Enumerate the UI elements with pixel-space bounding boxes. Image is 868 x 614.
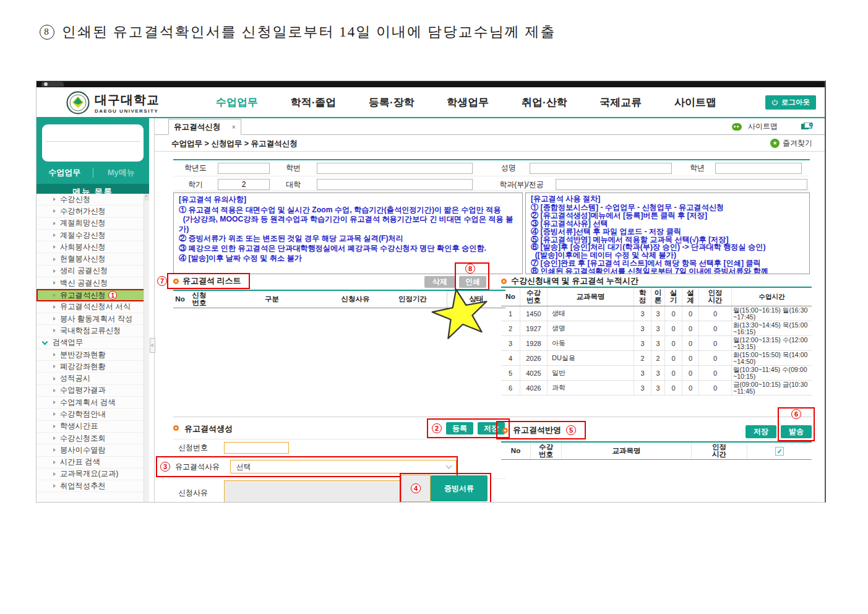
notice-title: [유고결석 유의사항] <box>179 195 517 205</box>
table-header-cell: No <box>501 288 520 306</box>
sidebar-section-search[interactable]: 검색업무 <box>37 337 149 349</box>
form-row: 학기 2 대학 학과(부)/전공 <box>173 176 810 192</box>
sidebar-item[interactable]: 수강허가신청 <box>37 205 149 217</box>
nav-item-career-industry[interactable]: 취업·산학 <box>522 95 567 110</box>
register-button[interactable]: 등록 <box>446 422 473 435</box>
table-cell: 3 <box>651 321 664 335</box>
nav-item-international[interactable]: 국제교류 <box>599 95 642 110</box>
sidebar-collapse-handle[interactable]: < <box>150 338 155 353</box>
sidebar-item[interactable]: 폐강강좌현황 <box>37 361 149 373</box>
nav-item-course-affairs[interactable]: 수업업무 <box>216 95 258 110</box>
year-input[interactable] <box>218 163 270 174</box>
triangle-icon <box>53 293 56 297</box>
application-number-input[interactable] <box>224 442 289 454</box>
sidebar-item-label: 계절수강신청 <box>60 230 106 241</box>
table-row: 3 1928 아동 3 3 0 0 0 월(12:00~13:15) 수(12:… <box>501 336 812 351</box>
sidebar-item-label: 폐강강좌현황 <box>60 361 106 372</box>
sidebar-item-label: 국내학점교류신청 <box>60 326 121 336</box>
sidebar-section-label: 검색업무 <box>53 337 83 348</box>
nav-item-sitemap[interactable]: 사이트맵 <box>674 95 716 110</box>
triangle-icon <box>53 245 56 249</box>
notice-line: ⑧ 인쇄된 유고결석확인서를 신청일로부터 7일 이내에 증빙서류와 함께 <box>531 267 804 274</box>
table-cell: 0 <box>698 381 731 395</box>
reason-type-select[interactable]: 선택 <box>230 460 457 473</box>
triangle-icon <box>53 460 56 464</box>
course-table-header: 수강신청내역 및 유고결석 누적시간 <box>501 275 638 287</box>
application-reason-textarea[interactable] <box>224 480 402 503</box>
sidebar-item[interactable]: 수강신청조회 <box>37 433 149 444</box>
sidebar-scrollbar[interactable]: ^ <box>144 194 149 502</box>
sidebar-item[interactable]: 백신 공결신청 <box>37 277 149 289</box>
table-header-cell: 인정 시간 <box>691 443 747 459</box>
bullet-icon <box>173 279 179 284</box>
sidebar-tab-course-affairs[interactable]: 수업업무 <box>37 167 93 178</box>
sidebar-item[interactable]: 취업적성추천 <box>37 480 149 492</box>
user-info-box <box>42 124 144 162</box>
app-header: 대구대학교 DAEGU UNIVERSITY 수업업무 학적·졸업 등록·장학 … <box>37 87 825 118</box>
sidebar-item[interactable]: 학생시간표 <box>37 421 149 433</box>
college-input[interactable] <box>317 179 473 190</box>
sidebar-item[interactable]: 계절수강신청 <box>37 230 149 241</box>
sitemap-link[interactable]: 사이트맵 <box>748 121 778 132</box>
favorite-link[interactable]: 즐겨찾기 <box>783 138 812 149</box>
table-cell: 4026 <box>520 381 547 395</box>
sidebar-item[interactable]: 수강신청 <box>37 194 149 205</box>
sidebar-item-label: 유고결석신청서 서식 <box>60 301 131 312</box>
sidebar-item[interactable]: 성적공시 <box>37 373 149 384</box>
apply-title-box: 유고결석반영 5 <box>496 421 586 439</box>
sidebar-item[interactable]: 수강학점안내 <box>37 409 149 420</box>
triangle-icon <box>53 317 56 321</box>
tab-label: 유고결석신청 <box>174 122 220 132</box>
sidebar-item-label: 성적공시 <box>60 373 90 384</box>
sidebar-item[interactable]: 헌혈봉사신청 <box>37 253 149 265</box>
annotation-circle-4: 4 <box>411 483 421 493</box>
table-header-cell: 교과목명 <box>561 443 691 459</box>
nav-item-student-affairs[interactable]: 학생업무 <box>447 95 489 110</box>
sidebar-item-label: 교과목개요(교과) <box>60 469 118 479</box>
breadcrumb: 수업업무 > 신청업무 > 유고결석신청 <box>171 139 298 149</box>
major-input[interactable] <box>556 179 807 190</box>
sidebar-item[interactable]: 교과목개요(교과) <box>37 469 149 480</box>
sidebar-item[interactable]: 봉사 활동계획서 작성 <box>37 313 149 325</box>
sidebar-item[interactable]: 국내학점교류신청 <box>37 325 149 337</box>
sidebar-item[interactable]: 시간표 검색 <box>37 457 149 469</box>
tab-absence-application[interactable]: 유고결석신청 × <box>168 119 241 135</box>
table-header-cell: 구분 <box>212 291 332 308</box>
close-icon[interactable]: × <box>232 123 236 131</box>
notice-line: ④ [발송]이후 날짜 수정 및 취소 불가 <box>179 254 517 264</box>
scrollbar-up-arrow[interactable]: ^ <box>144 194 149 201</box>
grade-input[interactable] <box>715 163 802 174</box>
student-id-input[interactable] <box>317 163 473 174</box>
table-header-cell: 이 론 <box>651 288 664 306</box>
page-heading: 8 인쇄된 유고결석확인서를 신청일로부터 14일 이내에 담당교수님께 제출 <box>40 22 556 41</box>
table-header-cell: No <box>501 443 530 459</box>
sidebar-item[interactable]: 수업계획서 검색 <box>37 397 149 409</box>
sidebar-item[interactable]: 봉사이수열람 <box>37 444 149 456</box>
sidebar-item-absence-application[interactable]: 유고결석신청 1 <box>37 289 149 301</box>
sidebar-item[interactable]: 유고결석신청서 서식 <box>37 301 149 313</box>
apply-save-button[interactable]: 저장 <box>746 425 776 438</box>
logout-button[interactable]: 로그아웃 <box>765 95 816 110</box>
table-cell: 0 <box>682 381 698 395</box>
favorite-star-icon: ★ <box>770 139 780 148</box>
semester-input[interactable]: 2 <box>218 179 270 190</box>
sidebar-item[interactable]: 계절희망신청 <box>37 218 149 230</box>
table-cell: 화(13:30~14:45) 목(15:00~16:15) <box>731 321 812 335</box>
sidebar-item[interactable]: 분반강좌현황 <box>37 349 149 361</box>
sidebar-item[interactable]: 수업평가결과 <box>37 385 149 397</box>
table-cell: 생명 <box>547 321 634 335</box>
nav-item-records-graduation[interactable]: 학적·졸업 <box>291 95 337 110</box>
sidebar-item[interactable]: 사회봉사신청 <box>37 241 149 253</box>
delete-button[interactable]: 삭제 <box>424 276 455 288</box>
sidebar: 수업업무 My메뉴 메뉴 목록 수강신청 수강허가신청 계절희망신청 계절수강신… <box>37 118 149 502</box>
window-panel-icon[interactable] <box>801 123 814 131</box>
university-logo[interactable]: 대구대학교 DAEGU UNIVERSITY <box>66 91 160 115</box>
sidebar-tab-my-menu[interactable]: My메뉴 <box>93 167 150 178</box>
nav-item-registration-scholarship[interactable]: 등록·장학 <box>369 95 415 110</box>
sidebar-item-label: 봉사 활동계획서 작성 <box>60 314 133 324</box>
select-all-checkbox[interactable]: ✓ <box>775 447 784 456</box>
sidebar-item[interactable]: 생리 공결신청 <box>37 266 149 277</box>
send-button[interactable]: 발송 <box>781 425 812 438</box>
name-input[interactable] <box>530 163 672 174</box>
attachment-button[interactable]: 증빙서류 <box>431 475 488 501</box>
